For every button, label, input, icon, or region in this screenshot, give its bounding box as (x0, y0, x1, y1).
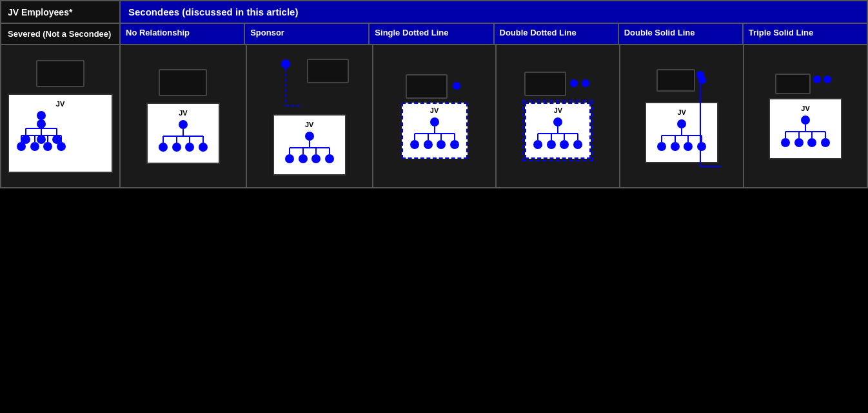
svg-point-20 (179, 120, 188, 129)
svg-point-57 (570, 79, 578, 87)
svg-point-71 (696, 71, 704, 79)
svg-point-45 (453, 82, 460, 90)
svg-point-95 (794, 138, 804, 147)
severed-org-chart-2 (12, 119, 70, 164)
single-dotted-org-chart (406, 117, 464, 152)
svg-point-53 (410, 140, 419, 149)
severed-label: Severed (Not a Secondee) (1, 24, 121, 45)
col-content-single-dotted: JV (373, 45, 497, 187)
triple-solid-org-chart (776, 115, 834, 150)
severed-dark-box (36, 60, 84, 87)
svg-point-16 (17, 142, 26, 151)
svg-point-34 (305, 132, 314, 141)
svg-point-86 (824, 76, 831, 83)
sponsor-org-chart (281, 131, 339, 166)
svg-point-68 (560, 140, 569, 149)
col-content-sponsor: JV (247, 45, 373, 187)
header-row: JV Employees* Secondees (discussed in th… (1, 1, 867, 24)
col-header-triple-solid: Triple Solid Line (744, 24, 867, 45)
svg-point-87 (801, 116, 810, 125)
svg-point-85 (813, 76, 821, 83)
col-content-triple-solid: JV (744, 45, 867, 187)
svg-point-43 (311, 154, 321, 163)
severed-diagram-cell: JV (1, 45, 121, 187)
svg-point-97 (821, 138, 830, 147)
secondees-header: Secondees (discussed in this article) (121, 1, 867, 24)
svg-point-29 (185, 143, 194, 152)
svg-point-9 (37, 119, 46, 128)
col-header-double-dotted: Double Dotted Line (495, 24, 619, 45)
svg-point-30 (199, 143, 208, 152)
svg-point-42 (299, 154, 308, 163)
double-solid-connector (650, 63, 727, 179)
svg-point-56 (450, 140, 459, 149)
svg-point-27 (159, 143, 168, 152)
svg-point-94 (781, 138, 790, 147)
svg-point-66 (533, 140, 542, 149)
svg-point-28 (172, 143, 181, 152)
no-rel-org-chart (154, 119, 212, 155)
svg-point-55 (437, 140, 446, 149)
svg-point-44 (325, 154, 334, 163)
svg-point-54 (424, 140, 433, 149)
column-headers-row: Severed (Not a Secondee) No Relationship… (1, 24, 867, 45)
severed-org-box: JV (8, 94, 113, 173)
svg-point-96 (807, 138, 816, 147)
col-content-double-dotted: JV (497, 45, 620, 187)
col-header-double-solid: Double Solid Line (619, 24, 744, 45)
sponsor-top-connection (270, 57, 302, 109)
col-header-sponsor: Sponsor (245, 24, 370, 45)
col-header-single-dotted: Single Dotted Line (370, 24, 494, 45)
svg-point-59 (553, 117, 562, 126)
col-header-no-relationship: No Relationship (121, 24, 245, 45)
double-dotted-org-chart (529, 117, 587, 152)
svg-point-67 (547, 140, 556, 149)
svg-point-41 (285, 154, 294, 163)
svg-point-46 (430, 117, 439, 126)
svg-point-31 (281, 59, 290, 68)
svg-point-58 (582, 79, 589, 87)
jv-employees-header: JV Employees* (1, 1, 121, 24)
content-row: JV (1, 45, 867, 187)
svg-point-19 (57, 142, 66, 151)
col-content-no-relationship: JV (121, 45, 247, 187)
svg-point-17 (30, 142, 39, 151)
svg-point-69 (573, 140, 582, 149)
col-content-double-solid: JV (620, 45, 744, 187)
svg-point-18 (43, 142, 52, 151)
